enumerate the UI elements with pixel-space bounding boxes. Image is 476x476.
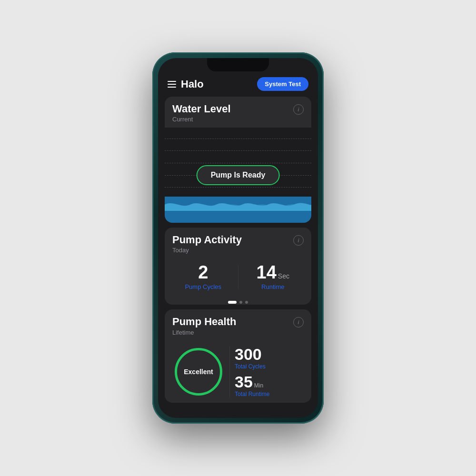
runtime-value: 14 Sec bbox=[257, 263, 289, 281]
total-runtime-row: 35 Min Total Runtime bbox=[235, 374, 304, 397]
runtime-label: Runtime bbox=[261, 283, 284, 290]
wave-svg bbox=[165, 198, 311, 211]
health-stats: 300 Total Cycles 35 Min Total Runtime bbox=[229, 346, 304, 397]
dashed-line-2 bbox=[165, 150, 311, 151]
header: Halo System Test bbox=[158, 73, 318, 97]
screen-content: Halo System Test Water Level Current i bbox=[158, 58, 318, 418]
notch bbox=[207, 58, 269, 71]
page-dot-1[interactable] bbox=[228, 301, 237, 304]
dashed-line-3 bbox=[165, 163, 311, 163]
total-cycles-row: 300 Total Cycles bbox=[235, 346, 304, 370]
app-title: Halo bbox=[181, 78, 204, 90]
cards-scroll: Water Level Current i bbox=[158, 97, 318, 418]
total-runtime-unit: Min bbox=[254, 383, 263, 388]
pump-activity-subtitle: Today bbox=[172, 247, 242, 254]
health-circle: Excellent bbox=[175, 348, 222, 396]
pump-activity-title-block: Pump Activity Today bbox=[172, 234, 242, 254]
page-dots bbox=[165, 298, 311, 305]
runtime-unit: Sec bbox=[278, 273, 289, 279]
dashed-line-5 bbox=[165, 187, 311, 188]
pump-cycles-value: 2 bbox=[198, 263, 208, 281]
water-level-subtitle: Current bbox=[172, 116, 231, 123]
phone-screen: Halo System Test Water Level Current i bbox=[158, 58, 318, 418]
pump-health-content: Excellent 300 Total Cycles bbox=[165, 341, 311, 403]
pump-activity-card-header: Pump Activity Today i bbox=[165, 228, 311, 258]
page-dot-3[interactable] bbox=[245, 301, 248, 304]
pump-cycles-stat: 2 Pump Cycles bbox=[172, 263, 234, 290]
pump-activity-stats: 2 Pump Cycles 14 Sec Runtime bbox=[165, 258, 311, 298]
water-wave-container bbox=[165, 197, 311, 223]
health-circle-container: Excellent bbox=[172, 346, 225, 398]
pump-health-info-icon[interactable]: i bbox=[293, 317, 304, 327]
water-level-title: Water Level bbox=[172, 103, 231, 115]
health-status-label: Excellent bbox=[184, 368, 213, 376]
pump-health-title-block: Pump Health Lifetime bbox=[172, 316, 236, 336]
pump-activity-info-icon[interactable]: i bbox=[293, 235, 304, 246]
water-level-visual: Pump Is Ready bbox=[165, 128, 311, 223]
pump-health-subtitle: Lifetime bbox=[172, 329, 236, 336]
total-runtime-value: 35 Min bbox=[235, 374, 304, 390]
pump-ready-button[interactable]: Pump Is Ready bbox=[197, 165, 280, 185]
pump-activity-card: Pump Activity Today i 2 Pump Cycles bbox=[165, 228, 311, 305]
pump-health-card: Pump Health Lifetime i Excellent bbox=[165, 309, 311, 402]
total-cycles-value: 300 bbox=[235, 346, 304, 362]
water-level-title-block: Water Level Current bbox=[172, 103, 231, 123]
menu-button[interactable] bbox=[168, 81, 176, 88]
pump-health-title: Pump Health bbox=[172, 316, 236, 327]
water-level-card-header: Water Level Current i bbox=[165, 97, 311, 128]
dashed-line-1 bbox=[165, 139, 311, 139]
total-cycles-label: Total Cycles bbox=[235, 363, 304, 370]
phone-device: Halo System Test Water Level Current i bbox=[152, 52, 324, 424]
total-runtime-label: Total Runtime bbox=[235, 391, 304, 397]
stat-divider bbox=[238, 265, 238, 289]
water-level-card: Water Level Current i bbox=[165, 97, 311, 223]
health-circle-inner: Excellent bbox=[184, 368, 213, 376]
system-test-button[interactable]: System Test bbox=[257, 77, 308, 91]
header-left: Halo bbox=[168, 78, 204, 90]
page-dot-2[interactable] bbox=[239, 301, 242, 304]
water-level-info-icon[interactable]: i bbox=[293, 104, 304, 115]
pump-cycles-label: Pump Cycles bbox=[185, 283, 221, 290]
pump-activity-title: Pump Activity bbox=[172, 234, 242, 246]
runtime-stat: 14 Sec Runtime bbox=[242, 263, 304, 290]
pump-health-card-header: Pump Health Lifetime i bbox=[165, 309, 311, 340]
